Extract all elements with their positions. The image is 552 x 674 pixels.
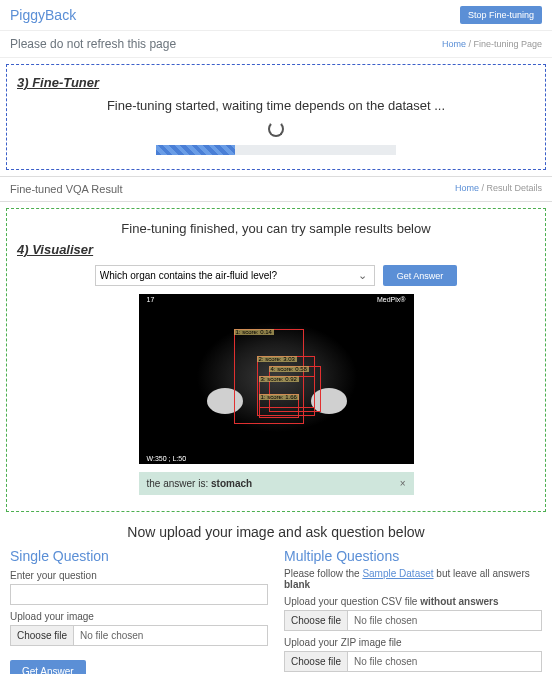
breadcrumb: Home / Fine-tuning Page: [442, 39, 542, 49]
medical-image: 17 MedPix® W:350 ; L:50 1: score: 0.142:…: [139, 294, 414, 464]
sample-dataset-link[interactable]: Sample Dataset: [362, 568, 433, 579]
breadcrumb-home-link[interactable]: Home: [455, 183, 479, 193]
image-brand: MedPix®: [377, 296, 406, 303]
multi-title: Multiple Questions: [284, 548, 542, 564]
finetuner-status: Fine-tuning started, waiting time depend…: [17, 98, 535, 113]
single-question-col: Single Question Enter your question Uplo…: [10, 548, 268, 674]
visualiser-title: 4) Visualiser: [17, 242, 535, 257]
refresh-warning: Please do not refresh this page: [10, 37, 176, 51]
file-input[interactable]: Choose file No file chosen: [10, 625, 268, 646]
answer-value: stomach: [211, 478, 252, 489]
zip-upload-label: Upload your ZIP image file: [284, 637, 542, 648]
choose-file-button[interactable]: Choose file: [285, 611, 348, 630]
multiple-questions-col: Multiple Questions Please follow the Sam…: [284, 548, 542, 674]
answer-box: the answer is: stomach ×: [139, 472, 414, 495]
file-status: No file chosen: [74, 626, 149, 645]
question-label: Enter your question: [10, 570, 268, 581]
image-number: 17: [147, 296, 155, 303]
image-window-level: W:350 ; L:50: [147, 455, 187, 462]
stop-finetuning-button[interactable]: Stop Fine-tuning: [460, 6, 542, 24]
finetuner-panel: 3) Fine-Tuner Fine-tuning started, waiti…: [6, 64, 546, 170]
spinner-icon: [268, 121, 284, 137]
finetuner-title: 3) Fine-Tuner: [17, 75, 535, 90]
breadcrumb: Home / Result Details: [455, 183, 542, 195]
question-select[interactable]: Which organ contains the air-fluid level…: [95, 265, 375, 286]
detection-box: 1: score: 1.66: [259, 394, 299, 418]
breadcrumb-home-link[interactable]: Home: [442, 39, 466, 49]
choose-file-button[interactable]: Choose file: [11, 626, 74, 645]
csv-upload-label: Upload your question CSV file without an…: [284, 596, 542, 607]
question-input[interactable]: [10, 584, 268, 605]
single-get-answer-button[interactable]: Get Answer: [10, 660, 86, 674]
file-status: No file chosen: [348, 611, 423, 630]
csv-file-input[interactable]: Choose file No file chosen: [284, 610, 542, 631]
progress-bar: [156, 145, 396, 155]
choose-file-button[interactable]: Choose file: [285, 652, 348, 671]
zip-file-input[interactable]: Choose file No file chosen: [284, 651, 542, 672]
multi-description: Please follow the Sample Dataset but lea…: [284, 568, 542, 590]
visualiser-status: Fine-tuning finished, you can try sample…: [17, 221, 535, 236]
brand: PiggyBack: [10, 7, 76, 23]
image-upload-label: Upload your image: [10, 611, 268, 622]
upload-header: Now upload your image and ask question b…: [0, 524, 552, 540]
result-header: Fine-tuned VQA Result: [10, 183, 123, 195]
close-icon[interactable]: ×: [400, 478, 406, 489]
single-title: Single Question: [10, 548, 268, 564]
visualiser-panel: Fine-tuning finished, you can try sample…: [6, 208, 546, 512]
file-status: No file chosen: [348, 652, 423, 671]
get-answer-button[interactable]: Get Answer: [383, 265, 458, 286]
